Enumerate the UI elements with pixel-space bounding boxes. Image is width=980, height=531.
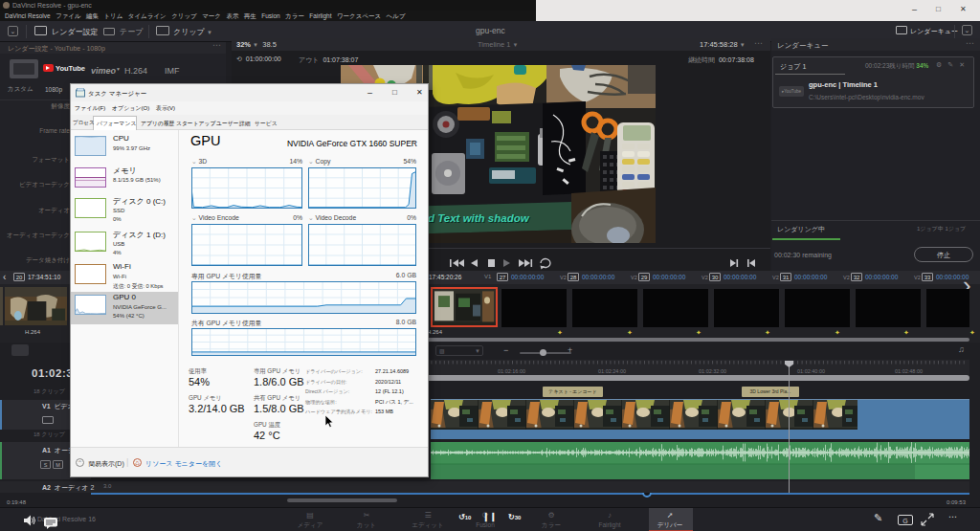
svg-text:d Text with shadow: d Text with shadow <box>428 212 530 224</box>
svg-text:G: G <box>902 518 907 524</box>
